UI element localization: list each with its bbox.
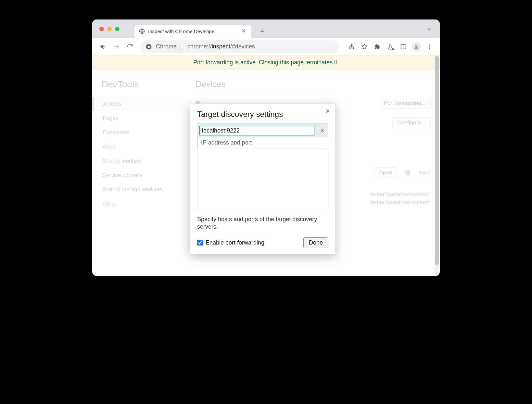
- forward-button[interactable]: [110, 41, 122, 53]
- sidebar-title: DevTools: [101, 79, 183, 90]
- url-scheme-label: Chrome|: [156, 43, 184, 50]
- sidebar-item-other[interactable]: Other: [101, 197, 183, 211]
- toolbar-actions: [346, 41, 435, 53]
- reload-button[interactable]: [124, 41, 136, 53]
- toolbar: Chrome| chrome://inspect/#devices: [92, 38, 440, 56]
- trace-link[interactable]: trace: [418, 170, 431, 176]
- svg-point-5: [415, 45, 417, 47]
- maximize-window-button[interactable]: [115, 27, 120, 31]
- new-tab-button[interactable]: [257, 26, 267, 36]
- sidebar-item-shared-workers[interactable]: Shared workers: [101, 154, 183, 168]
- sidebar-item-devices[interactable]: Devices: [92, 97, 183, 111]
- enable-port-forwarding-checkbox[interactable]: Enable port forwarding: [197, 239, 264, 246]
- open-button[interactable]: Open: [374, 167, 397, 178]
- share-icon[interactable]: [346, 41, 357, 53]
- browser-window: Inspect with Chrome Develope Chrom: [92, 19, 440, 276]
- sidebar-item-pages[interactable]: Pages: [101, 111, 183, 125]
- close-dialog-icon[interactable]: [323, 107, 332, 116]
- tab-strip: Inspect with Chrome Develope: [92, 19, 440, 38]
- bookmark-star-icon[interactable]: [359, 41, 370, 53]
- target-list: [197, 123, 328, 211]
- page-viewport: Port forwarding is active. Closing this …: [92, 56, 440, 276]
- target-row-empty: [197, 137, 328, 148]
- target-discovery-dialog: Target discovery settings Specify hosts …: [190, 104, 336, 254]
- globe-icon: [139, 28, 145, 34]
- scrollbar-thumb[interactable]: [435, 56, 439, 265]
- port-forwarding-button[interactable]: Port forwarding...: [379, 98, 431, 109]
- back-button[interactable]: [97, 41, 108, 53]
- configure-button[interactable]: Configure...: [392, 117, 431, 128]
- address-bar[interactable]: Chrome| chrome://inspect/#devices: [140, 40, 338, 53]
- delete-row-icon[interactable]: [316, 124, 328, 137]
- done-button[interactable]: Done: [303, 237, 328, 248]
- scrollbar[interactable]: [435, 56, 439, 276]
- target-row: [197, 124, 328, 137]
- dialog-description: Specify hosts and ports of the target di…: [197, 216, 328, 231]
- dialog-title: Target discovery settings: [197, 110, 328, 119]
- target-host-empty-input[interactable]: [197, 137, 328, 148]
- sidebar-item-service-workers[interactable]: Service workers: [101, 168, 183, 183]
- target-host-input[interactable]: [199, 126, 314, 135]
- svg-point-7: [429, 46, 430, 47]
- svg-rect-4: [401, 44, 406, 49]
- tabs-dropdown-icon[interactable]: [426, 26, 433, 32]
- info-icon: [405, 170, 411, 176]
- profile-avatar[interactable]: [411, 41, 422, 53]
- avatar-icon: [412, 42, 421, 51]
- sidebar-item-extensions[interactable]: Extensions: [101, 125, 183, 140]
- svg-point-6: [429, 44, 430, 45]
- minimize-window-button[interactable]: [107, 27, 112, 31]
- sidebar-item-shared-storage-worklets[interactable]: Shared storage worklets: [101, 183, 183, 197]
- labs-icon[interactable]: [385, 41, 396, 53]
- menu-dots-icon[interactable]: [424, 41, 435, 53]
- url-text: chrome://inspect/#devices: [187, 43, 255, 50]
- close-tab-icon[interactable]: [241, 28, 247, 34]
- tab-title: Inspect with Chrome Develope: [148, 29, 238, 34]
- sidebar-item-apps[interactable]: Apps: [101, 140, 183, 154]
- sidebar: DevTools Devices Pages Extensions Apps S…: [101, 79, 183, 276]
- window-controls: [99, 27, 120, 31]
- chrome-logo-icon: [146, 44, 152, 50]
- extensions-icon[interactable]: [372, 41, 383, 53]
- close-window-button[interactable]: [99, 27, 104, 31]
- enable-port-forwarding-input[interactable]: [197, 240, 203, 246]
- svg-point-2: [148, 45, 150, 48]
- svg-point-8: [429, 48, 430, 49]
- page-heading: Devices: [196, 79, 431, 89]
- port-forwarding-banner: Port forwarding is active. Closing this …: [92, 56, 440, 69]
- side-panel-icon[interactable]: [398, 41, 409, 53]
- browser-tab[interactable]: Inspect with Chrome Develope: [134, 25, 251, 38]
